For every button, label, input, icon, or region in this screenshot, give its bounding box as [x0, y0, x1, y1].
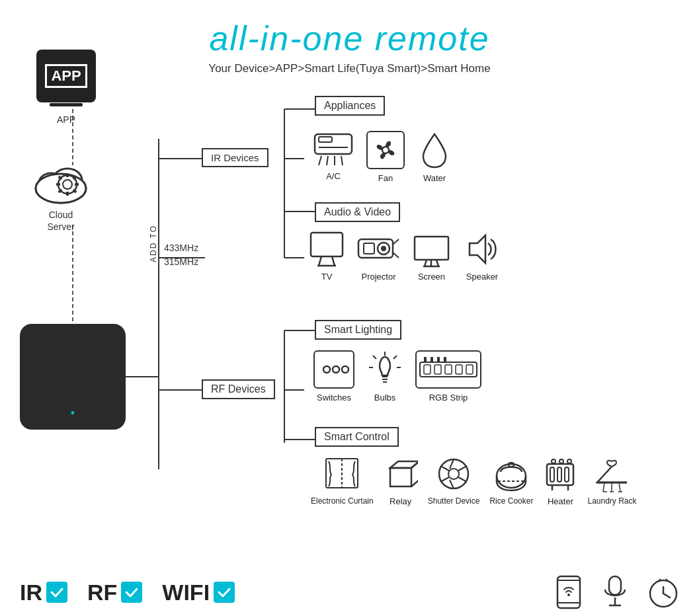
svg-point-56 — [333, 366, 339, 373]
rgb-strip-icon-item: RGB Strip — [415, 350, 481, 404]
switches-icon — [313, 350, 354, 389]
svg-rect-25 — [56, 183, 60, 186]
svg-rect-49 — [415, 237, 448, 260]
svg-point-55 — [323, 366, 330, 373]
svg-rect-67 — [424, 365, 431, 374]
phone-icon — [555, 575, 583, 609]
wifi-label: WIFI — [162, 580, 210, 605]
svg-line-60 — [393, 356, 397, 359]
shutter-icon — [436, 456, 471, 492]
svg-rect-23 — [66, 173, 69, 177]
add-to-label: ADD TO — [149, 225, 158, 262]
cloud-icon: CloudServer — [28, 155, 94, 233]
svg-line-47 — [393, 239, 399, 245]
fan-icon — [366, 131, 405, 169]
ac-icon-item: A/C — [313, 131, 353, 182]
fan-icon-item: Fan — [366, 131, 405, 184]
svg-line-85 — [450, 459, 454, 469]
svg-rect-68 — [434, 365, 441, 374]
svg-line-51 — [436, 260, 438, 266]
svg-line-104 — [603, 482, 604, 492]
svg-rect-26 — [75, 183, 79, 186]
switches-icon-item: Switches — [313, 350, 354, 404]
svg-line-40 — [319, 256, 321, 266]
svg-line-86 — [458, 466, 467, 471]
wifi-check — [214, 582, 235, 603]
smart-control-icons: Electronic Curtain Relay — [311, 456, 637, 508]
svg-line-87 — [458, 477, 467, 482]
rice-cooker-icon — [494, 456, 528, 492]
wifi-dot: • — [71, 406, 75, 420]
clock-icon — [647, 575, 679, 609]
svg-line-89 — [440, 477, 449, 482]
svg-rect-70 — [456, 365, 462, 374]
svg-point-113 — [567, 594, 570, 596]
svg-line-90 — [440, 466, 449, 471]
bulbs-icon — [368, 350, 402, 389]
svg-point-100 — [552, 459, 555, 463]
bulbs-icon-item: Bulbs — [368, 350, 402, 404]
svg-line-48 — [393, 252, 399, 258]
svg-rect-96 — [557, 467, 561, 482]
tv-icon — [309, 231, 344, 268]
svg-rect-24 — [66, 192, 69, 196]
svg-line-82 — [411, 480, 418, 486]
svg-line-88 — [450, 480, 454, 488]
relay-icon — [384, 456, 418, 492]
wifi-badge: WIFI — [162, 580, 235, 605]
svg-line-80 — [411, 461, 418, 468]
curtain-icon-item: Electronic Curtain — [311, 456, 374, 507]
rice-cooker-icon-item: Rice Cooker — [489, 456, 533, 507]
audio-video-icons: TV Projector — [309, 231, 501, 283]
speaker-icon — [463, 231, 501, 268]
relay-icon-item: Relay — [384, 456, 418, 508]
svg-line-41 — [332, 256, 335, 266]
svg-point-102 — [567, 459, 571, 463]
svg-line-59 — [373, 356, 376, 359]
screen-icon — [413, 231, 450, 268]
svg-point-101 — [559, 459, 563, 463]
svg-marker-54 — [470, 235, 485, 263]
cloud-svg — [28, 155, 94, 205]
laundry-rack-icon — [594, 456, 630, 492]
rf-label: RF — [87, 580, 117, 605]
rgb-strip-icon — [415, 350, 481, 389]
heater-icon-item: Heater — [543, 456, 577, 508]
svg-point-57 — [342, 366, 349, 373]
ir-badge: IR — [20, 580, 67, 605]
svg-line-119 — [663, 594, 670, 597]
ac-icon — [313, 131, 353, 167]
curtain-icon — [325, 456, 359, 492]
svg-point-45 — [381, 246, 386, 251]
svg-rect-73 — [431, 357, 433, 362]
screen-icon-item: Screen — [413, 231, 450, 283]
laundry-rack-icon-item: Laundry Rack — [587, 456, 636, 507]
projector-icon-item: Projector — [357, 231, 400, 283]
svg-point-84 — [448, 469, 459, 479]
microphone-icon — [602, 575, 628, 609]
ir-label: IR — [20, 580, 42, 605]
ir-check — [46, 582, 67, 603]
svg-line-50 — [425, 260, 427, 266]
speaker-icon-item: Speaker — [463, 231, 501, 283]
app-tablet: APP — [36, 50, 96, 102]
svg-line-106 — [619, 482, 620, 492]
app-text-label: APP — [36, 114, 96, 125]
smart-control-box: Smart Control — [315, 427, 399, 447]
heater-icon — [543, 456, 577, 492]
tv-icon-item: TV — [309, 231, 344, 283]
svg-rect-74 — [437, 357, 440, 362]
main-title: all-in-one remote — [0, 7, 699, 58]
svg-rect-75 — [444, 357, 446, 362]
appliances-icons: A/C Fan Water — [313, 131, 451, 184]
appliances-box: Appliances — [315, 96, 385, 116]
smart-lighting-icons: Switches Bulbs — [313, 350, 481, 404]
bottom-right-icons — [555, 575, 679, 609]
svg-line-34 — [319, 156, 321, 165]
smart-lighting-box: Smart Lighting — [315, 320, 401, 340]
device-box: • — [20, 324, 126, 430]
svg-point-38 — [382, 147, 389, 153]
subtitle: Your Device>APP>Smart Life(Tuya Smart)>S… — [0, 62, 699, 75]
app-inner-label: APP — [45, 64, 87, 88]
svg-rect-72 — [424, 357, 427, 362]
